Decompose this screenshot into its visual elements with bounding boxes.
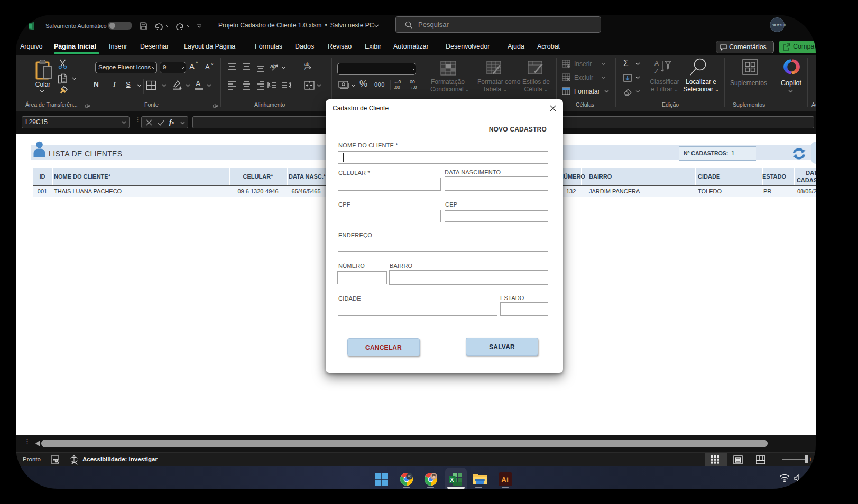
- svg-text:Z: Z: [654, 68, 658, 75]
- svg-text:ab: ab: [270, 63, 276, 69]
- svg-text:A: A: [654, 60, 659, 67]
- svg-text:ab: ab: [304, 61, 309, 67]
- svg-text:c: c: [304, 67, 306, 70]
- svg-text:X: X: [450, 477, 454, 483]
- svg-text:ABQ: ABQ: [408, 475, 411, 478]
- svg-text:Ai: Ai: [501, 475, 509, 484]
